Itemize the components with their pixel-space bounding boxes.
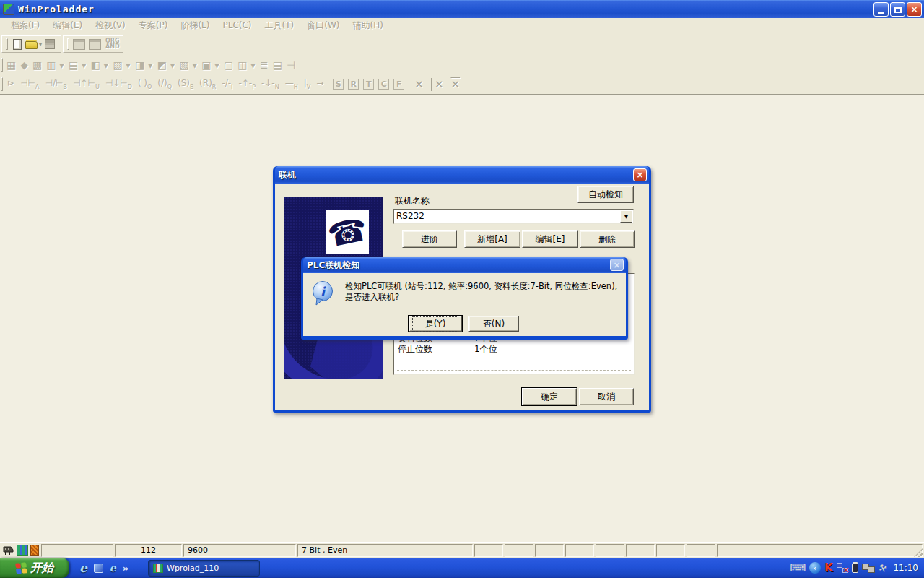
ladder-element-button[interactable]: -/-I — [222, 78, 232, 90]
network-computers-icon[interactable] — [862, 564, 875, 573]
grid-icon — [89, 39, 101, 50]
plc-tool-button[interactable]: ▥ ▾ — [46, 59, 64, 71]
toolbar-grip[interactable] — [1, 58, 3, 72]
maximize-button[interactable] — [890, 2, 905, 17]
combobox-dropdown-button[interactable]: ▼ — [620, 210, 632, 223]
internet-explorer-icon[interactable]: e — [79, 561, 87, 575]
edit-button[interactable]: 编辑[E] — [522, 230, 578, 248]
menu-item[interactable]: 阶梯(L) — [174, 18, 216, 33]
ladder-element-button[interactable]: -↓-N — [261, 78, 279, 90]
ladder-function-button[interactable]: F — [393, 79, 404, 90]
plc-tool-button[interactable]: ▤ ▾ — [69, 59, 87, 71]
auto-detect-button[interactable]: 自动检知 — [578, 186, 634, 203]
telephone-icon: ☎ — [324, 210, 370, 254]
delete-element-button[interactable]: ✕ — [431, 78, 444, 91]
ladder-element-button[interactable]: (S)E — [178, 78, 193, 90]
property-row: 停止位数 1个位 — [398, 343, 629, 355]
plc-tool-button[interactable]: ▩ — [32, 59, 42, 71]
tool-tray-icon[interactable]: ⚒ — [877, 561, 889, 574]
plc-tool-button[interactable]: ◫ ▾ — [237, 59, 256, 71]
close-button[interactable]: × — [907, 2, 922, 17]
plc-tool-button[interactable]: ◧ ▾ — [91, 59, 109, 71]
toolbar-grip[interactable] — [6, 38, 8, 50]
ok-button[interactable]: 确定 — [522, 388, 577, 405]
ladder-element-button[interactable]: (/)Q — [157, 78, 172, 90]
ladder-element-icon: -↓- — [261, 78, 275, 88]
menu-item[interactable]: 编辑(E) — [46, 18, 89, 33]
ladder-element-button[interactable]: ⊣⊢A — [20, 78, 39, 90]
menu-item[interactable]: 辅助(H) — [346, 18, 389, 33]
ladder-element-button[interactable]: —H — [285, 78, 298, 90]
plc-tool-button[interactable]: ▢ — [224, 59, 233, 71]
menu-item[interactable]: PLC(C) — [216, 19, 258, 32]
statusbar-pane — [596, 544, 624, 557]
plc-tool-button[interactable]: ▧ ▾ — [180, 59, 198, 71]
msgbox-titlebar[interactable]: PLC联机检知 — [303, 257, 626, 273]
antivirus-tray-icon[interactable]: K — [824, 561, 833, 574]
ladder-element-icon: (R) — [199, 78, 212, 88]
connect-dialog-titlebar[interactable]: 联机 — [275, 166, 649, 184]
ladder-element-button[interactable]: ( )O — [138, 78, 152, 90]
grid-tool-button[interactable] — [87, 36, 103, 52]
toolbar-grip[interactable] — [1, 77, 3, 91]
ladder-element-button[interactable]: ⊣↑⊢U — [73, 78, 100, 90]
new-file-button[interactable] — [9, 36, 25, 52]
menu-item[interactable]: 档案(F) — [4, 18, 46, 33]
delete-element-button[interactable]: ✕ — [450, 78, 460, 91]
msgbox-title: PLC联机检知 — [307, 259, 359, 272]
run-status-icon — [30, 545, 39, 556]
ladder-element-button[interactable]: |V — [304, 78, 311, 90]
quick-launch-bar: e e » — [75, 558, 133, 578]
cancel-button[interactable]: 取消 — [579, 388, 634, 405]
window-tool-button[interactable] — [71, 36, 87, 52]
plc-tool-button[interactable]: ▤ — [273, 59, 282, 71]
ladder-function-button[interactable]: S — [333, 79, 344, 90]
ladder-element-icon: ⊳ — [7, 78, 14, 88]
open-file-button[interactable]: ▾ — [25, 36, 42, 52]
plc-tool-button[interactable]: ▦ — [6, 59, 16, 71]
ladder-monitor-icon[interactable] — [17, 545, 28, 556]
plc-tool-button[interactable]: ▨ ▾ — [113, 59, 131, 71]
toolbar-grip[interactable] — [67, 38, 69, 50]
plc-tool-button[interactable]: ◨ ▾ — [135, 59, 153, 71]
menu-item[interactable]: 工具(T) — [258, 18, 301, 33]
delete-button[interactable]: 删除 — [580, 230, 635, 248]
battery-tray-icon[interactable] — [852, 563, 858, 573]
menu-item[interactable]: 窗口(W) — [300, 18, 346, 33]
ladder-function-button[interactable]: T — [363, 79, 374, 90]
ladder-element-button[interactable]: ⊣↓⊢D — [105, 78, 132, 90]
quick-launch-overflow-chevron[interactable]: » — [123, 563, 128, 574]
plc-tool-button[interactable]: ⊣ — [287, 59, 295, 71]
taskbar-task-button[interactable]: Wprolad_110 — [148, 560, 260, 577]
save-button[interactable] — [42, 36, 58, 52]
hide-tray-icons-button[interactable]: ‹ — [809, 562, 821, 574]
no-button[interactable]: 否(N) — [468, 316, 519, 332]
quick-launch-icon[interactable] — [94, 564, 103, 573]
ladder-function-button[interactable]: C — [378, 79, 389, 90]
yes-button[interactable]: 是(Y) — [409, 316, 462, 332]
ladder-element-button[interactable]: → — [316, 78, 323, 90]
advance-button[interactable]: 进阶 — [402, 230, 457, 248]
plc-tool-button[interactable]: ▣ ▾ — [201, 59, 219, 71]
menu-item[interactable]: 专案(P) — [132, 18, 175, 33]
network-disconnected-icon[interactable]: ✕ — [837, 563, 848, 573]
plc-tool-button[interactable]: ◆ — [20, 59, 28, 71]
delete-element-button[interactable]: ✕ — [414, 78, 424, 91]
add-button[interactable]: 新增[A] — [464, 230, 520, 248]
plc-tool-button[interactable]: ≣ — [260, 59, 269, 71]
system-tray: ⌨ ‹ K ✕ ⚒ 11:10 — [790, 558, 924, 578]
org-and-button[interactable]: ORG AND — [105, 38, 120, 50]
ladder-element-button[interactable]: ⊳ — [7, 78, 14, 90]
ladder-element-button[interactable]: ⊣/⊢B — [45, 78, 66, 90]
ladder-function-button[interactable]: R — [348, 79, 359, 90]
start-button[interactable]: 开始 — [0, 558, 69, 578]
ladder-element-button[interactable]: (R)R — [199, 78, 216, 90]
menu-item[interactable]: 检视(V) — [89, 18, 132, 33]
connect-dialog-close-button[interactable]: × — [633, 168, 647, 181]
connection-combobox[interactable]: RS232 ▼ — [393, 209, 634, 224]
plc-tool-button[interactable]: ◩ ▾ — [157, 59, 175, 71]
ladder-element-button[interactable]: -↑-P — [238, 78, 256, 90]
input-method-keyboard-icon[interactable]: ⌨ — [790, 561, 806, 574]
outlook-express-icon[interactable]: e — [110, 562, 116, 574]
minimize-button[interactable] — [873, 2, 889, 17]
